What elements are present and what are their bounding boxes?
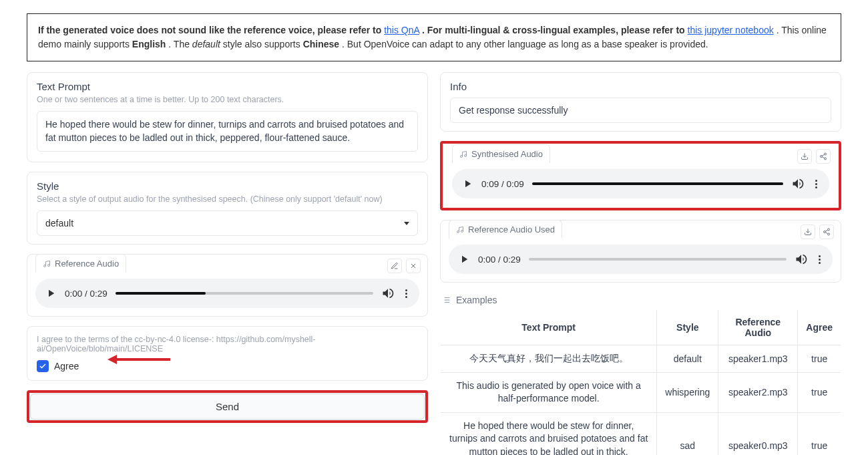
edit-icon[interactable]: [387, 259, 402, 273]
notebook-link[interactable]: this jupyter notebook: [688, 25, 774, 35]
chevron-down-icon: [404, 222, 409, 225]
svg-point-10: [457, 231, 459, 233]
send-highlight: Send: [27, 390, 428, 423]
download-icon[interactable]: [801, 224, 815, 239]
audio-time: 0:00 / 0:29: [478, 255, 521, 265]
svg-point-0: [44, 265, 46, 267]
svg-point-15: [828, 233, 830, 235]
style-value: default: [45, 218, 73, 229]
style-panel: Style Select a style of output audio for…: [27, 172, 428, 245]
text-prompt-sub: One or two sentences at a time is better…: [37, 95, 418, 104]
audio-progress-fill: [532, 182, 783, 185]
synth-audio-player: 0:09 / 0:09: [452, 169, 829, 198]
synth-audio-tab: Synthesised Audio: [452, 144, 550, 163]
audio-progress-fill: [116, 292, 206, 295]
reference-audio-tab: Reference Audio: [35, 254, 126, 273]
download-icon[interactable]: [797, 149, 812, 164]
svg-line-17: [825, 230, 827, 231]
examples-table: Text Prompt Style Reference Audio Agree …: [440, 309, 841, 455]
music-icon: [459, 150, 467, 158]
svg-point-13: [828, 229, 830, 231]
svg-point-14: [824, 231, 826, 233]
kebab-menu-icon[interactable]: [816, 253, 823, 267]
svg-line-9: [822, 154, 824, 156]
share-icon[interactable]: [819, 224, 834, 239]
cell-ref: speaker2.mp3: [718, 372, 798, 412]
qna-link[interactable]: this QnA: [384, 25, 419, 35]
send-button[interactable]: Send: [30, 394, 425, 420]
style-title: Style: [37, 180, 418, 192]
table-row[interactable]: This audio is generated by open voice wi…: [441, 372, 841, 412]
list-icon: [441, 295, 451, 305]
agree-checkbox[interactable]: [37, 360, 49, 372]
cell-style: default: [657, 345, 718, 373]
cell-agree: true: [798, 345, 841, 373]
share-icon[interactable]: [816, 149, 831, 164]
music-icon: [43, 260, 51, 268]
col-ref-audio: Reference Audio: [718, 310, 798, 345]
license-text: I agree to the terms of the cc-by-nc-4.0…: [37, 335, 418, 353]
svg-point-2: [461, 155, 463, 157]
svg-point-5: [825, 153, 827, 155]
ref-used-panel: Reference Audio Used 0:00 / 0:29: [440, 220, 841, 283]
kebab-menu-icon[interactable]: [403, 287, 410, 301]
text-prompt-title: Text Prompt: [37, 81, 418, 92]
music-icon: [456, 226, 464, 234]
synth-audio-panel: Synthesised Audio 0:09: [444, 145, 837, 206]
svg-point-11: [461, 230, 463, 232]
cell-style: whispering: [657, 372, 718, 412]
kebab-menu-icon[interactable]: [813, 177, 820, 191]
svg-line-16: [825, 233, 827, 234]
cell-prompt: He hoped there would be stew for dinner,…: [441, 412, 657, 455]
arrow-annotation: [107, 355, 170, 364]
audio-progress[interactable]: [532, 182, 783, 185]
volume-icon[interactable]: [795, 253, 808, 266]
cell-ref: speaker0.mp3: [718, 412, 798, 455]
cell-prompt: 今天天气真好，我们一起出去吃饭吧。: [441, 345, 657, 373]
text-prompt-panel: Text Prompt One or two sentences at a ti…: [27, 72, 428, 162]
svg-point-6: [821, 156, 823, 158]
table-row[interactable]: 今天天气真好，我们一起出去吃饭吧。defaultspeaker1.mp3true: [441, 345, 841, 373]
info-title: Info: [450, 81, 831, 92]
info-panel: Info Get response successfully: [440, 72, 841, 132]
notice-banner: If the generated voice does not sound li…: [27, 13, 841, 61]
cell-style: sad: [657, 412, 718, 455]
svg-point-3: [465, 154, 467, 156]
agree-panel: I agree to the terms of the cc-by-nc-4.0…: [27, 326, 428, 381]
play-button[interactable]: [45, 287, 57, 299]
agree-label: Agree: [54, 361, 79, 371]
text-prompt-input[interactable]: [37, 111, 418, 152]
play-button[interactable]: [461, 178, 473, 190]
audio-time: 0:09 / 0:09: [481, 179, 524, 189]
examples-header: Examples: [441, 295, 841, 305]
cell-prompt: This audio is generated by open voice wi…: [441, 372, 657, 412]
reference-audio-player: 0:00 / 0:29: [35, 279, 419, 308]
cell-agree: true: [798, 372, 841, 412]
ref-used-player: 0:00 / 0:29: [449, 245, 833, 274]
audio-progress[interactable]: [116, 292, 373, 295]
svg-line-8: [822, 157, 824, 158]
volume-icon[interactable]: [381, 287, 395, 300]
volume-icon[interactable]: [791, 177, 805, 190]
audio-time: 0:00 / 0:29: [65, 289, 107, 299]
col-text-prompt: Text Prompt: [441, 310, 657, 345]
close-icon[interactable]: [406, 259, 421, 273]
style-sub: Select a style of output audio for the s…: [37, 194, 418, 204]
svg-point-7: [825, 158, 827, 160]
col-agree: Agree: [798, 310, 841, 345]
play-button[interactable]: [458, 253, 470, 265]
col-style: Style: [657, 310, 718, 345]
ref-used-tab: Reference Audio Used: [449, 220, 562, 239]
info-value: Get response successfully: [450, 98, 831, 123]
reference-audio-panel: Reference Audio 0:00 / 0:29: [27, 254, 428, 317]
cell-ref: speaker1.mp3: [718, 345, 798, 373]
cell-agree: true: [798, 412, 841, 455]
synth-audio-highlight: Synthesised Audio 0:09: [440, 141, 841, 210]
table-row[interactable]: He hoped there would be stew for dinner,…: [441, 412, 841, 455]
style-select[interactable]: default: [37, 210, 418, 236]
audio-progress[interactable]: [529, 258, 787, 261]
svg-point-1: [48, 264, 50, 266]
